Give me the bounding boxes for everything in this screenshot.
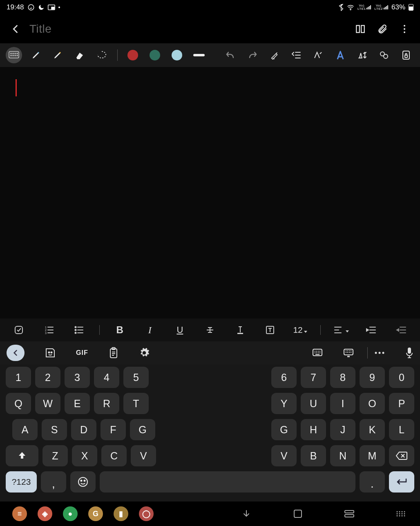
dock-app-1[interactable]: ◈ [38, 506, 52, 521]
key-s[interactable]: S [42, 419, 67, 440]
key-t[interactable]: T [123, 393, 149, 414]
collapse-keyboard-button[interactable] [7, 345, 25, 361]
more-menu-icon[interactable] [396, 21, 413, 37]
color-red[interactable] [125, 47, 141, 63]
note-canvas[interactable] [0, 67, 420, 319]
key-v[interactable]: V [131, 445, 156, 466]
key-3[interactable]: 3 [65, 367, 90, 388]
lasso-tool[interactable] [94, 47, 110, 63]
handwriting-icon[interactable] [310, 47, 326, 63]
key-c[interactable]: C [101, 445, 127, 466]
key-e[interactable]: E [65, 393, 90, 414]
align-icon[interactable] [288, 47, 305, 63]
underline-button[interactable]: U [170, 320, 190, 340]
dock-app-5[interactable]: ◯ [139, 506, 154, 521]
key-f[interactable]: F [101, 419, 126, 440]
bold-button[interactable]: B [110, 320, 130, 340]
bullet-list-icon[interactable] [69, 320, 89, 340]
dock-app-3[interactable]: G [88, 506, 103, 521]
key-i[interactable]: I [330, 393, 355, 414]
key-o[interactable]: O [360, 393, 385, 414]
key-2[interactable]: 2 [35, 367, 60, 388]
key-6[interactable]: 6 [271, 367, 297, 388]
spacebar[interactable] [100, 471, 355, 493]
align-dropdown[interactable] [331, 320, 351, 340]
lock-page-icon[interactable] [398, 47, 414, 63]
key-l[interactable]: L [389, 419, 414, 440]
key-x[interactable]: X [72, 445, 97, 466]
key-g2[interactable]: G [271, 419, 297, 440]
pen-settings-icon[interactable] [266, 47, 283, 63]
key-g[interactable]: G [130, 419, 155, 440]
dock-app-2[interactable]: ● [63, 506, 78, 521]
shapes-icon[interactable] [376, 47, 392, 63]
pen-tool[interactable] [28, 47, 44, 63]
key-v2[interactable]: V [271, 445, 297, 466]
app-drawer-button[interactable] [394, 507, 408, 521]
dock-app-4[interactable]: ▮ [114, 506, 128, 521]
settings-icon[interactable] [139, 345, 150, 361]
key-r[interactable]: R [94, 393, 119, 414]
more-dots-icon[interactable] [374, 345, 385, 361]
ordered-list-icon[interactable]: 123 [39, 320, 59, 340]
text-transform-icon[interactable] [354, 47, 371, 63]
recents-button[interactable] [291, 507, 305, 521]
keyboard-mode-icon[interactable] [343, 345, 354, 361]
key-w[interactable]: W [35, 393, 60, 414]
color-teal[interactable] [147, 47, 163, 63]
outdent-button[interactable] [391, 320, 411, 340]
italic-button[interactable]: I [140, 320, 160, 340]
key-7[interactable]: 7 [301, 367, 326, 388]
checklist-icon[interactable] [9, 320, 29, 340]
key-a[interactable]: A [12, 419, 38, 440]
key-0[interactable]: 0 [389, 367, 414, 388]
split-screen-button[interactable] [342, 507, 356, 521]
redo-button[interactable] [244, 47, 261, 63]
attach-icon[interactable] [374, 21, 391, 37]
key-5[interactable]: 5 [123, 367, 149, 388]
keyboard-float-icon[interactable] [312, 345, 323, 361]
key-9[interactable]: 9 [360, 367, 385, 388]
color-lightblue[interactable] [169, 47, 185, 63]
key-p[interactable]: P [389, 393, 414, 414]
key-q[interactable]: Q [6, 393, 31, 414]
font-size-dropdown[interactable]: 12 [290, 320, 310, 340]
symbols-key[interactable]: ?123 [6, 471, 37, 493]
text-box-button[interactable] [260, 320, 280, 340]
key-z[interactable]: Z [42, 445, 68, 466]
key-y[interactable]: Y [271, 393, 297, 414]
title-input[interactable]: Title [29, 22, 346, 36]
stroke-width-tool[interactable] [191, 47, 207, 63]
key-1[interactable]: 1 [6, 367, 31, 388]
keyboard-tool[interactable] [6, 47, 22, 63]
key-d[interactable]: D [71, 419, 96, 440]
mic-icon[interactable] [405, 345, 413, 361]
key-8[interactable]: 8 [330, 367, 355, 388]
shift-key[interactable] [6, 445, 38, 466]
clipboard-icon[interactable] [109, 345, 118, 361]
highlighter-tool[interactable] [49, 47, 66, 63]
key-u[interactable]: U [301, 393, 326, 414]
key-j[interactable]: J [330, 419, 355, 440]
backspace-key[interactable] [389, 445, 414, 466]
enter-key[interactable] [389, 471, 414, 493]
emoji-key[interactable] [70, 471, 96, 493]
dock-app-0[interactable]: ≡ [12, 506, 27, 521]
undo-button[interactable] [222, 47, 239, 63]
period-key[interactable]: . [360, 471, 385, 493]
key-b[interactable]: B [301, 445, 326, 466]
text-style-icon[interactable] [332, 47, 349, 63]
text-color-button[interactable] [230, 320, 250, 340]
key-4[interactable]: 4 [94, 367, 119, 388]
stickers-icon[interactable] [45, 345, 56, 361]
key-k[interactable]: K [360, 419, 385, 440]
comma-key[interactable]: , [41, 471, 66, 493]
reader-mode-icon[interactable] [352, 21, 369, 37]
gif-button[interactable]: GIF [76, 345, 88, 361]
back-button[interactable] [7, 21, 24, 37]
indent-button[interactable] [361, 320, 381, 340]
key-n[interactable]: N [330, 445, 355, 466]
key-m[interactable]: M [360, 445, 385, 466]
strikethrough-button[interactable] [200, 320, 220, 340]
key-h[interactable]: H [301, 419, 326, 440]
